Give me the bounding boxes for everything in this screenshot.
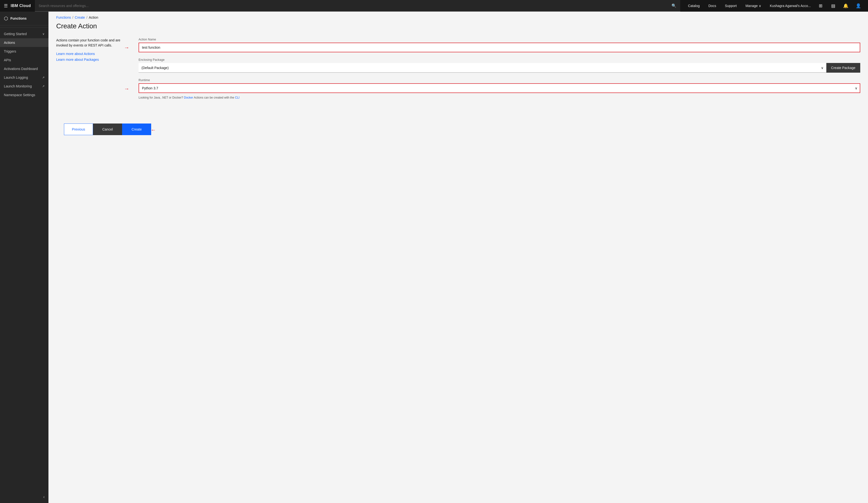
previous-button[interactable]: Previous	[64, 124, 93, 135]
create-button-arrow-icon: ←	[151, 127, 156, 133]
docker-link[interactable]: Docker	[184, 96, 193, 99]
ibm-cloud-logo: IBM Cloud	[11, 4, 31, 8]
nav-icons: ⊞ ▤ 🔔 👤	[815, 0, 864, 12]
breadcrumb-current: Action	[89, 15, 99, 19]
sidebar: ⬡ Functions Getting Started ∨ Actions Tr…	[0, 12, 49, 503]
collapse-icon: ‹	[43, 495, 44, 499]
learn-more-packages-link[interactable]: Learn more about Packages	[56, 57, 129, 62]
sidebar-item-label: Namespace Settings	[4, 93, 35, 97]
catalog-link[interactable]: Catalog	[684, 0, 703, 12]
sidebar-item-actions[interactable]: Actions	[0, 38, 49, 47]
sidebar-item-apis[interactable]: APIs	[0, 56, 49, 64]
sidebar-item-label: Launch Monitoring	[4, 84, 32, 88]
learn-more-actions-link[interactable]: Learn more about Actions	[56, 52, 129, 56]
sidebar-item-launch-logging[interactable]: Launch Logging ↗	[0, 73, 49, 82]
switcher-icon[interactable]: ▤	[827, 0, 839, 12]
functions-icon: ⬡	[4, 15, 8, 21]
action-buttons: Previous Cancel Create ←	[56, 124, 860, 145]
runtime-hint: Looking for Java, .NET or Docker? Docker…	[138, 96, 860, 99]
main-content: Functions / Create / Action Create Actio…	[49, 12, 868, 503]
breadcrumb-create-link[interactable]: Create	[75, 15, 85, 19]
action-name-label: Action Name	[138, 38, 860, 41]
cli-link[interactable]: CLI	[235, 96, 240, 99]
description-paragraph: Actions contain your function code and a…	[56, 38, 129, 48]
sidebar-bottom: ‹	[0, 491, 49, 503]
description-section: Actions contain your function code and a…	[56, 38, 860, 102]
layout: ⬡ Functions Getting Started ∨ Actions Tr…	[0, 12, 868, 503]
chevron-down-icon: ∨	[42, 32, 44, 35]
sidebar-item-launch-monitoring[interactable]: Launch Monitoring ↗	[0, 82, 49, 91]
enclosing-package-label: Enclosing Package	[138, 58, 860, 62]
manage-link[interactable]: Manage ∨	[742, 0, 765, 12]
external-link-icon: ↗	[42, 84, 44, 88]
sidebar-item-label: Activations Dashboard	[4, 67, 38, 71]
sidebar-item-label: Launch Logging	[4, 75, 28, 80]
breadcrumb-separator: /	[86, 15, 87, 19]
user-account-link[interactable]: Kushagra Agarwal's Acco...	[766, 0, 815, 12]
manage-chevron-icon: ∨	[759, 4, 761, 8]
support-link[interactable]: Support	[721, 0, 741, 12]
user-icon[interactable]: 👤	[852, 0, 864, 12]
hamburger-menu-icon[interactable]: ☰	[4, 3, 8, 9]
sidebar-item-activations-dashboard[interactable]: Activations Dashboard	[0, 64, 49, 73]
breadcrumb: Functions / Create / Action	[49, 12, 868, 21]
sidebar-title: Functions	[10, 17, 27, 20]
sidebar-item-triggers[interactable]: Triggers	[0, 47, 49, 56]
notifications-icon[interactable]: 🔔	[840, 0, 851, 12]
sidebar-item-label: APIs	[4, 58, 11, 62]
sidebar-item-label: Triggers	[4, 49, 16, 53]
action-name-input[interactable]	[138, 43, 860, 52]
description-links: Learn more about Actions Learn more abou…	[56, 52, 129, 62]
sidebar-item-getting-started[interactable]: Getting Started ∨	[0, 30, 49, 38]
package-row: (Default Package) ∨ Create Package	[138, 63, 860, 73]
search-icon[interactable]: 🔍	[672, 3, 676, 8]
grid-icon[interactable]: ⊞	[815, 0, 826, 12]
nav-links: Catalog Docs Support Manage ∨ Kushagra A…	[684, 0, 815, 12]
search-input[interactable]	[39, 4, 672, 8]
sidebar-divider	[0, 27, 49, 28]
create-button[interactable]: Create	[122, 124, 151, 135]
sidebar-header: ⬡ Functions	[0, 12, 49, 25]
runtime-select[interactable]: Python 3.7 Node.js 12 Node.js 10 Swift 5…	[138, 83, 860, 93]
cancel-button[interactable]: Cancel	[93, 124, 122, 135]
search-bar[interactable]: 🔍	[35, 0, 680, 12]
collapse-sidebar-button[interactable]: ‹	[2, 493, 46, 501]
enclosing-package-select[interactable]: (Default Package)	[138, 63, 826, 73]
description-text: Actions contain your function code and a…	[56, 38, 129, 102]
breadcrumb-functions-link[interactable]: Functions	[56, 15, 71, 19]
breadcrumb-separator: /	[72, 15, 73, 19]
package-select-wrap: (Default Package) ∨	[138, 63, 826, 73]
sidebar-item-namespace-settings[interactable]: Namespace Settings	[0, 91, 49, 99]
docs-link[interactable]: Docs	[704, 0, 720, 12]
create-package-button[interactable]: Create Package	[826, 63, 860, 73]
top-navigation: ☰ IBM Cloud 🔍 Catalog Docs Support Manag…	[0, 0, 868, 12]
external-link-icon: ↗	[42, 76, 44, 79]
form-area: Actions contain your function code and a…	[49, 38, 868, 145]
runtime-label: Runtime	[138, 78, 860, 82]
sidebar-item-label: Actions	[4, 41, 15, 44]
sidebar-item-label: Getting Started	[4, 32, 27, 36]
page-title: Create Action	[49, 21, 868, 38]
